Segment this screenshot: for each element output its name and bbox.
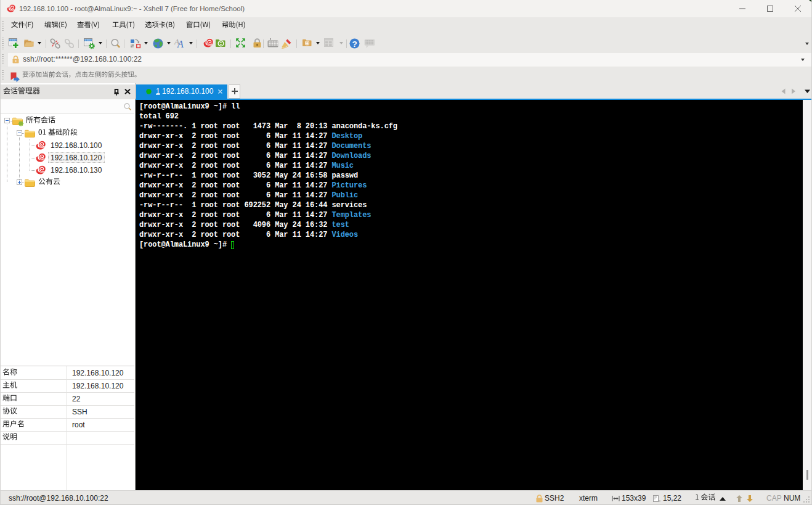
svg-text:A: A — [177, 39, 184, 49]
svg-text:?: ? — [352, 39, 357, 49]
